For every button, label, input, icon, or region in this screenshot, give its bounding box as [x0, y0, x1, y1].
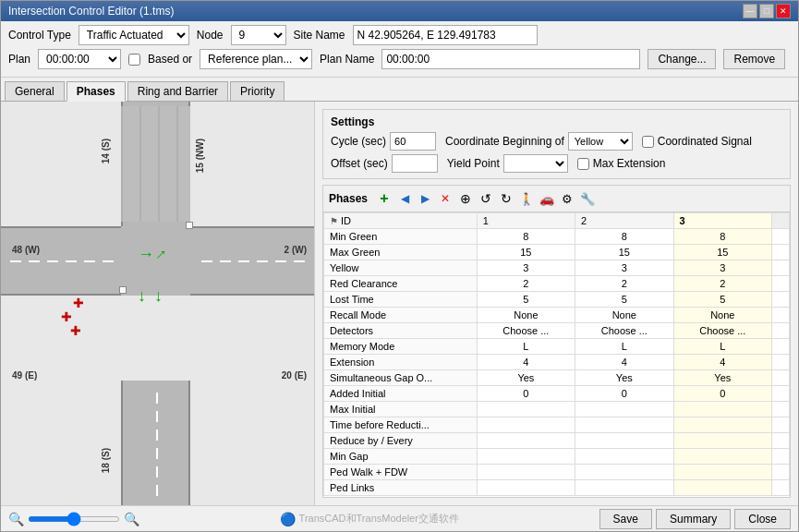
redo-button[interactable]: ↻	[497, 189, 515, 208]
coordinated-signal-label: Coordinated Signal	[658, 135, 752, 148]
cell-7-1[interactable]: L	[575, 339, 673, 355]
remove-button[interactable]: Remove	[723, 49, 785, 69]
cell-16-2[interactable]	[673, 480, 771, 496]
based-or-checkbox[interactable]	[128, 54, 140, 66]
settings-row1: Cycle (sec) Coordinate Beginning of Yell…	[331, 132, 782, 151]
cell-5-1[interactable]: None	[575, 308, 673, 323]
cell-12-1[interactable]	[575, 417, 673, 433]
cell-16-1[interactable]	[575, 480, 673, 496]
control-type-select[interactable]: Traffic Actuated	[79, 25, 189, 45]
cell-4-1[interactable]: 5	[575, 292, 673, 308]
table-row: Min Gap	[324, 449, 790, 465]
cell-4-0[interactable]: 5	[477, 292, 575, 308]
cell-0-1[interactable]: 8	[575, 229, 673, 245]
tab-phases[interactable]: Phases	[67, 81, 126, 102]
cell-4-2[interactable]: 5	[673, 292, 771, 308]
summary-button[interactable]: Summary	[656, 509, 731, 529]
cell-8-1[interactable]: 4	[575, 355, 673, 370]
cycle-input[interactable]	[390, 132, 436, 151]
minimize-button[interactable]: —	[743, 4, 757, 18]
cell-11-1[interactable]	[575, 402, 673, 417]
cell-9-2[interactable]: Yes	[673, 370, 771, 386]
cell-3-2[interactable]: 2	[673, 276, 771, 292]
cell-14-0[interactable]	[477, 449, 575, 465]
coordinated-signal-checkbox[interactable]	[642, 136, 654, 148]
col-header-3[interactable]: 3	[673, 213, 771, 229]
plan-name-input[interactable]	[381, 49, 640, 69]
coordinate-label: Coordinate Beginning of	[445, 135, 564, 148]
cell-10-2[interactable]: 0	[673, 386, 771, 402]
add-phase-button[interactable]: +	[375, 189, 393, 208]
wrench-button[interactable]: 🔧	[578, 189, 597, 208]
maximize-button[interactable]: □	[759, 4, 774, 18]
close-button[interactable]: Close	[734, 509, 791, 529]
move-left-button[interactable]: ◀	[395, 189, 414, 208]
tab-priority[interactable]: Priority	[230, 81, 284, 101]
table-row: Max Green151515	[324, 245, 790, 260]
cell-16-0[interactable]	[477, 480, 575, 496]
cell-2-0[interactable]: 3	[477, 260, 575, 276]
cell-10-0[interactable]: 0	[477, 386, 575, 402]
change-button[interactable]: Change...	[648, 49, 716, 69]
cell-8-0[interactable]: 4	[477, 355, 575, 370]
cell-6-1[interactable]: Choose ...	[575, 323, 673, 339]
col-header-2[interactable]: 2	[575, 213, 673, 229]
cell-10-1[interactable]: 0	[575, 386, 673, 402]
zoom-slider[interactable]	[28, 516, 120, 522]
tab-ring-and-barrier[interactable]: Ring and Barrier	[127, 81, 228, 101]
cell-13-2[interactable]	[673, 433, 771, 449]
cell-15-0[interactable]	[477, 465, 575, 480]
cell-0-2[interactable]: 8	[673, 229, 771, 245]
cell-7-0[interactable]: L	[477, 339, 575, 355]
road-label-48w: 48 (W)	[12, 245, 40, 255]
cell-5-0[interactable]: None	[477, 308, 575, 323]
cell-12-2[interactable]	[673, 417, 771, 433]
col-header-1[interactable]: 1	[477, 213, 575, 229]
cell-8-2[interactable]: 4	[673, 355, 771, 370]
cell-14-1[interactable]	[575, 449, 673, 465]
cell-6-0[interactable]: Choose ...	[477, 323, 575, 339]
cell-2-1[interactable]: 3	[575, 260, 673, 276]
vehicle-button[interactable]: 🚗	[538, 189, 556, 208]
cell-15-1[interactable]	[575, 465, 673, 480]
row-label-15: Ped Walk + FDW	[324, 465, 478, 480]
cell-1-0[interactable]: 15	[477, 245, 575, 260]
coordinate-select[interactable]: Yellow	[568, 132, 633, 151]
max-extension-checkbox[interactable]	[577, 158, 589, 170]
cell-11-0[interactable]	[477, 402, 575, 417]
cell-11-2[interactable]	[673, 402, 771, 417]
cell-15-2[interactable]	[673, 465, 771, 480]
cell-6-2[interactable]: Choose ...	[673, 323, 771, 339]
delete-phase-button[interactable]: ✕	[436, 189, 454, 208]
cell-14-2[interactable]	[673, 449, 771, 465]
site-name-label: Site Name	[294, 29, 345, 42]
node-select[interactable]: 9	[231, 25, 286, 45]
cell-9-0[interactable]: Yes	[477, 370, 575, 386]
move-right-button[interactable]: ▶	[416, 189, 434, 208]
add-circle-button[interactable]: ⊕	[456, 189, 475, 208]
cell-13-0[interactable]	[477, 433, 575, 449]
cell-1-1[interactable]: 15	[575, 245, 673, 260]
offset-input[interactable]	[392, 154, 438, 173]
cell-13-1[interactable]	[575, 433, 673, 449]
plan-select[interactable]: 00:00:00	[38, 49, 121, 69]
cell-2-2[interactable]: 3	[673, 260, 771, 276]
undo-button[interactable]: ↺	[477, 189, 495, 208]
pedestrian-button[interactable]: 🚶	[517, 189, 536, 208]
close-window-button[interactable]: ✕	[776, 4, 791, 18]
save-button[interactable]: Save	[599, 509, 652, 529]
cell-7-2[interactable]: L	[673, 339, 771, 355]
reference-plan-select[interactable]: Reference plan...	[200, 49, 312, 69]
yield-point-select[interactable]	[503, 154, 568, 173]
site-name-input[interactable]	[353, 25, 538, 45]
phases-header: Phases + ◀ ▶ ✕ ⊕ ↺ ↻ 🚶 🚗 ⚙ 🔧	[323, 186, 790, 212]
cell-3-1[interactable]: 2	[575, 276, 673, 292]
cell-1-2[interactable]: 15	[673, 245, 771, 260]
cell-5-2[interactable]: None	[673, 308, 771, 323]
settings-button[interactable]: ⚙	[558, 189, 576, 208]
cell-9-1[interactable]: Yes	[575, 370, 673, 386]
cell-0-0[interactable]: 8	[477, 229, 575, 245]
tab-general[interactable]: General	[5, 81, 65, 101]
cell-3-0[interactable]: 2	[477, 276, 575, 292]
cell-12-0[interactable]	[477, 417, 575, 433]
